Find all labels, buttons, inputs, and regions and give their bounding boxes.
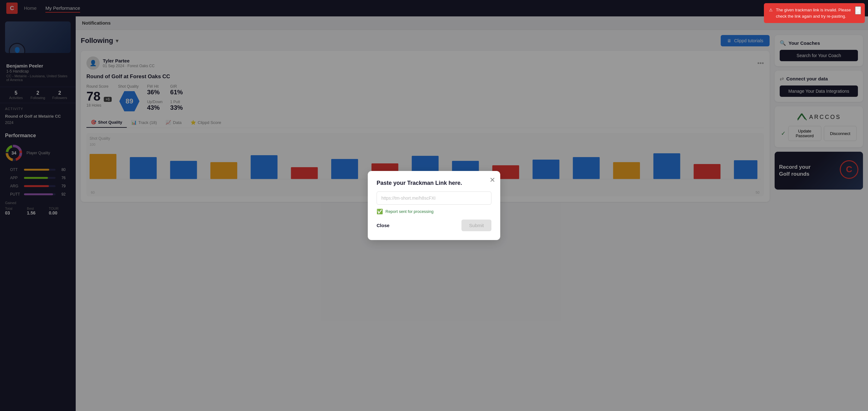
modal-actions: Close Submit — [377, 220, 491, 231]
error-icon: ⚠ — [769, 7, 773, 13]
success-check-icon: ✅ — [377, 209, 383, 215]
trackman-link-input[interactable] — [377, 191, 491, 205]
error-toast-close-button[interactable]: ✕ — [855, 6, 861, 14]
error-message: The given trackman link is invalid. Plea… — [776, 7, 852, 19]
success-text: Report sent for processing — [385, 209, 433, 214]
modal-success-message: ✅ Report sent for processing — [377, 209, 491, 215]
modal-close-x-button[interactable]: ✕ — [490, 176, 495, 184]
modal-title: Paste your Trackman Link here. — [377, 180, 491, 186]
modal-submit-button[interactable]: Submit — [461, 220, 491, 231]
error-toast: ⚠ The given trackman link is invalid. Pl… — [764, 3, 865, 23]
modal-close-button[interactable]: Close — [377, 223, 390, 228]
modal-overlay: Paste your Trackman Link here. ✕ ✅ Repor… — [0, 0, 868, 411]
trackman-modal: Paste your Trackman Link here. ✕ ✅ Repor… — [368, 171, 500, 240]
